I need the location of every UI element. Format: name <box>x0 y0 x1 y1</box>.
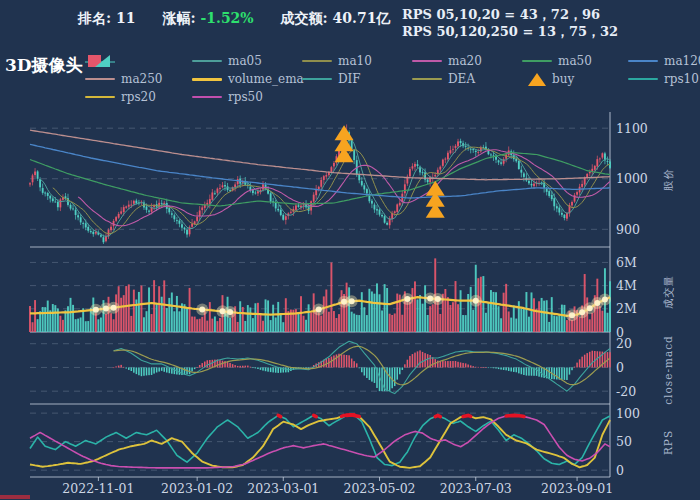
bottom-left-red-bar <box>0 495 30 499</box>
volume-ema-dot <box>111 305 117 311</box>
volume-ema-dot <box>473 298 479 304</box>
volume-ema-dot <box>316 307 322 313</box>
rps10-highlight <box>278 415 281 416</box>
y-tick-label: 20 <box>616 336 632 351</box>
panel-axis-name: 股价 <box>662 168 674 191</box>
x-tick-label: 2023-01-02 <box>161 481 233 496</box>
buy-marker <box>426 181 445 218</box>
y-tick-label: 1000 <box>616 171 648 186</box>
volume-bars-group <box>29 258 611 332</box>
multi-panel-chart: 90010001100股价02M4M6M成交量-20020close-macd0… <box>0 0 700 500</box>
rps50-highlight <box>506 415 524 416</box>
y-tick-label: 0 <box>616 360 624 375</box>
rps10-highlight <box>314 415 317 416</box>
ma10-line <box>53 147 610 234</box>
ma250-line <box>30 130 610 180</box>
volume-ema-dot <box>435 296 441 302</box>
volume-ema-dot <box>587 305 593 311</box>
x-tick-label: 2023-03-01 <box>247 481 319 496</box>
x-tick-label: 2022-11-01 <box>62 481 134 496</box>
volume-ema-dot <box>199 307 205 313</box>
rps20-highlight <box>463 415 471 416</box>
x-tick-label: 2023-09-01 <box>541 481 613 496</box>
y-tick-label: 6M <box>616 255 637 270</box>
stock-chart-app: 排名: 11 涨幅: -1.52% 成交额: 40.71亿 RPS 05,10,… <box>0 0 700 500</box>
rps10-line <box>30 415 610 466</box>
y-tick-label: 900 <box>616 222 640 237</box>
volume-ema-dot <box>349 298 355 304</box>
y-tick-label: 0 <box>616 463 624 478</box>
x-tick-label: 2023-07-03 <box>440 481 512 496</box>
y-tick-label: 4M <box>616 278 637 293</box>
volume-ema-dot <box>602 297 608 303</box>
volume-ema-dot <box>93 307 99 313</box>
y-tick-label: 50 <box>616 434 632 449</box>
rps20-highlight <box>342 415 360 417</box>
panel-axis-name: 成交量 <box>662 275 674 310</box>
panel-axis-name: RPS <box>662 430 674 455</box>
rps10-highlight <box>435 415 440 416</box>
volume-ema-dot <box>404 296 410 302</box>
y-tick-label: 1100 <box>616 121 648 136</box>
panel-axis-name: close-macd <box>662 335 674 405</box>
buy-marker <box>335 125 354 162</box>
volume-ema-dot <box>227 309 233 315</box>
y-tick-label: 100 <box>616 406 640 421</box>
x-tick-label: 2023-05-02 <box>343 481 415 496</box>
volume-ema-dot <box>569 312 575 318</box>
y-tick-label: -20 <box>616 384 636 399</box>
y-tick-label: 2M <box>616 301 637 316</box>
dea-line <box>114 346 610 385</box>
